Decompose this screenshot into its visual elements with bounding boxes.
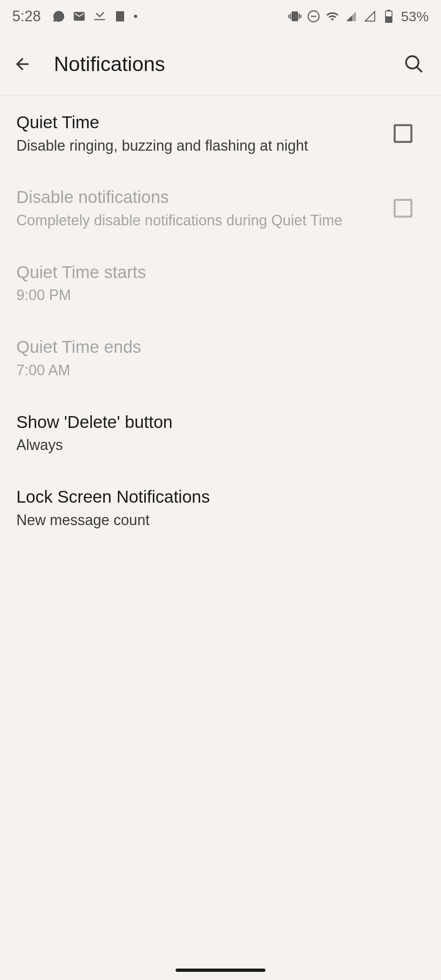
- setting-lock-screen-notifications[interactable]: Lock Screen Notifications New message co…: [0, 470, 441, 545]
- vibrate-icon: [288, 10, 301, 23]
- setting-title: Show 'Delete' button: [16, 411, 412, 434]
- setting-title: Quiet Time: [16, 111, 381, 134]
- setting-subtitle: New message count: [16, 511, 412, 530]
- page-title: Notifications: [54, 52, 399, 76]
- setting-subtitle: Completely disable notifications during …: [16, 211, 381, 230]
- setting-content: Quiet Time starts 9:00 PM: [16, 261, 425, 305]
- disable-notifications-checkbox[interactable]: [394, 199, 412, 218]
- dnd-icon: [307, 10, 320, 23]
- navigation-handle[interactable]: [176, 969, 265, 972]
- setting-quiet-time[interactable]: Quiet Time Disable ringing, buzzing and …: [0, 96, 441, 171]
- mail-icon: [73, 10, 86, 23]
- setting-quiet-time-starts[interactable]: Quiet Time starts 9:00 PM: [0, 246, 441, 321]
- setting-title: Lock Screen Notifications: [16, 486, 412, 508]
- setting-title: Quiet Time ends: [16, 336, 412, 359]
- signal-icon-2: [363, 10, 376, 23]
- setting-content: Quiet Time Disable ringing, buzzing and …: [16, 111, 394, 155]
- battery-percentage: 53%: [401, 9, 429, 24]
- setting-disable-notifications[interactable]: Disable notifications Completely disable…: [0, 171, 441, 245]
- wifi-icon: [326, 10, 339, 23]
- back-button[interactable]: [8, 49, 38, 79]
- settings-list: Quiet Time Disable ringing, buzzing and …: [0, 96, 441, 545]
- app-bar: Notifications: [0, 33, 441, 96]
- search-button[interactable]: [399, 49, 429, 79]
- svg-point-6: [406, 56, 419, 69]
- missed-call-icon: [93, 10, 106, 23]
- arrow-left-icon: [13, 54, 33, 74]
- battery-icon: [382, 10, 395, 23]
- svg-rect-0: [116, 11, 124, 22]
- setting-title: Quiet Time starts: [16, 261, 412, 284]
- setting-subtitle: Always: [16, 436, 412, 455]
- setting-content: Disable notifications Completely disable…: [16, 186, 394, 230]
- status-dot: [134, 15, 137, 18]
- setting-show-delete-button[interactable]: Show 'Delete' button Always: [0, 396, 441, 470]
- setting-quiet-time-ends[interactable]: Quiet Time ends 7:00 AM: [0, 321, 441, 395]
- document-icon: [114, 10, 127, 23]
- signal-icon-1: [345, 10, 358, 23]
- svg-rect-4: [385, 16, 392, 23]
- setting-title: Disable notifications: [16, 186, 381, 209]
- svg-rect-5: [387, 10, 390, 11]
- setting-content: Lock Screen Notifications New message co…: [16, 486, 425, 530]
- setting-content: Quiet Time ends 7:00 AM: [16, 336, 425, 380]
- chat-icon: [52, 10, 65, 23]
- status-time: 5:28: [12, 8, 41, 25]
- setting-subtitle: Disable ringing, buzzing and flashing at…: [16, 136, 381, 156]
- status-bar: 5:28 53%: [0, 0, 441, 33]
- status-left: 5:28: [12, 8, 137, 25]
- setting-subtitle: 7:00 AM: [16, 361, 412, 380]
- svg-line-7: [417, 67, 422, 72]
- search-icon: [403, 53, 425, 75]
- quiet-time-checkbox[interactable]: [394, 124, 412, 143]
- status-right: 53%: [288, 9, 429, 24]
- setting-content: Show 'Delete' button Always: [16, 411, 425, 455]
- setting-subtitle: 9:00 PM: [16, 286, 412, 305]
